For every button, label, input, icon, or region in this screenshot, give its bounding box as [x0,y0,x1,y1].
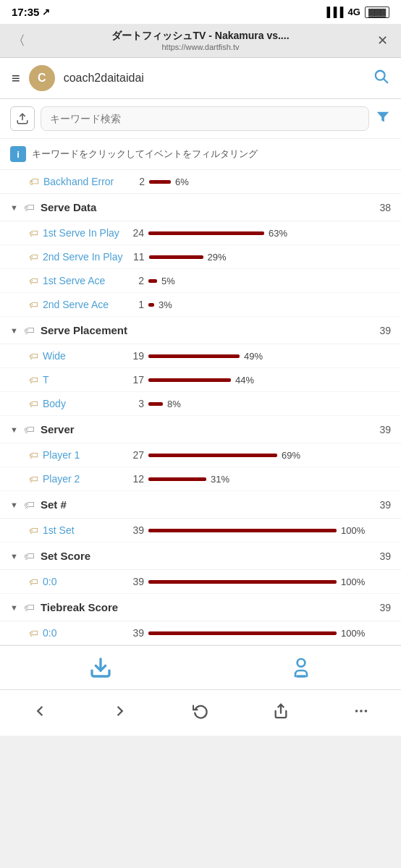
item-count: 12 [127,473,144,485]
item-bar [148,454,277,457]
list-item[interactable]: 🏷 0:0 39 100% [0,570,401,594]
item-bar-container: 100% [148,628,391,639]
item-percent: 69% [282,450,300,461]
nav-reload-button[interactable] [178,697,223,728]
tag-icon-item: 🏷 [29,576,38,587]
nav-bar [0,689,401,736]
section-header-set-score[interactable]: ▼ 🏷 Set Score 39 [0,542,401,570]
item-label[interactable]: Player 2 [43,473,122,485]
section-label-set-score: Set Score [41,550,365,562]
item-label[interactable]: Wide [43,350,122,362]
avatar: C [29,65,55,91]
battery-icon: ▓▓▓ [365,7,389,18]
browser-title: ダートフィッシュTV - Nakamura vs.... [35,30,366,43]
menu-button[interactable]: ≡ [12,70,20,87]
item-label[interactable]: Body [43,398,122,409]
list-item[interactable]: 🏷 T 17 44% [0,368,401,392]
tag-icon-tiebreak-score: 🏷 [24,601,35,613]
location-icon: ↗ [42,7,50,17]
list-item[interactable]: 🏷 0:0 39 100% [0,621,401,645]
item-label[interactable]: 1st Serve In Play [43,227,122,239]
info-icon-label: i [17,149,20,160]
section-header-server[interactable]: ▼ 🏷 Server 39 [0,416,401,443]
browser-close-button[interactable]: ✕ [372,30,392,51]
item-label[interactable]: 0:0 [43,576,122,587]
list-item[interactable]: 🏷 1st Serve Ace 2 5% [0,269,401,293]
list-item[interactable]: 🏷 2nd Serve Ace 1 3% [0,293,401,317]
tag-icon-item: 🏷 [29,399,38,409]
tag-icon-set-score: 🏷 [24,550,35,562]
item-label[interactable]: 0:0 [43,627,122,639]
nav-share-button[interactable] [258,697,303,728]
person-button[interactable] [290,656,313,679]
tag-icon-item: 🏷 [29,375,38,386]
browser-url: https://www.dartfish.tv [35,43,366,51]
chevron-icon: ▼ [10,603,18,612]
item-bar-container: 49% [148,351,391,362]
nav-back-button[interactable] [17,697,62,728]
item-label[interactable]: 1st Serve Ace [43,275,122,286]
list-item[interactable]: 🏷 Player 2 12 31% [0,467,401,491]
section-header-serve-placement[interactable]: ▼ 🏷 Serve Placement 39 [0,317,401,344]
section-count-serve-placement: 39 [371,325,391,336]
tag-icon-item: 🏷 [29,474,38,485]
section-count-tiebreak-score: 39 [371,602,391,613]
item-bar [148,402,163,406]
list-item[interactable]: 🏷 1st Set 39 100% [0,519,401,542]
section-header-set-hash[interactable]: ▼ 🏷 Set # 39 [0,491,401,519]
item-count: 11 [127,251,145,263]
download-button[interactable] [89,656,112,679]
item-label[interactable]: 1st Set [43,524,122,536]
nav-more-button[interactable] [339,697,384,728]
section-header-tiebreak-score[interactable]: ▼ 🏷 Tiebreak Score 39 [0,594,401,621]
section-count-set-score: 39 [371,550,391,562]
list-item[interactable]: 🏷 2nd Serve In Play 11 29% [0,245,401,269]
bottom-toolbar [0,645,401,689]
list-item[interactable]: 🏷 Wide 19 49% [0,344,401,368]
item-bar [148,303,154,307]
username-label: coach2daitaidai [64,72,365,85]
tag-icon-serve-placement: 🏷 [24,324,35,336]
list-item[interactable]: 🏷 Body 3 8% [0,392,401,416]
chevron-icon: ▼ [10,501,18,509]
section-count-server: 39 [371,424,391,435]
svg-point-9 [364,710,367,712]
nav-forward-button[interactable] [98,697,143,728]
item-label[interactable]: T [43,374,122,386]
item-bar [148,477,206,481]
item-label[interactable]: Player 1 [43,449,122,461]
item-percent: 31% [211,474,229,485]
item-bar [148,580,337,584]
item-percent: 49% [244,351,263,362]
info-bar: i キーワードをクリックしてイベントをフィルタリング [0,139,401,170]
item-count: 19 [127,350,144,362]
item-bar-container: 100% [148,576,391,587]
section-label-server: Server [41,423,365,435]
list-item[interactable]: 🏷 Player 1 27 69% [0,443,401,467]
item-bar-container: 63% [148,228,391,239]
filter-button[interactable] [375,109,391,129]
tag-icon-item: 🏷 [29,276,38,286]
upload-button[interactable] [10,106,35,131]
item-bar [148,231,264,235]
section-header-serve-data[interactable]: ▼ 🏷 Serve Data 38 [0,194,401,221]
svg-point-8 [360,710,363,712]
search-button[interactable] [373,69,389,88]
item-label[interactable]: 2nd Serve Ace [43,299,122,310]
browser-back-button[interactable]: 〈 [9,30,29,51]
search-bar [0,99,401,139]
item-percent: 5% [161,276,175,286]
item-bar [148,279,157,283]
section-label-tiebreak-score: Tiebreak Score [41,601,365,613]
item-label[interactable]: 2nd Serve In Play [43,251,123,263]
section-label-set-hash: Set # [41,498,365,511]
item-bar-container: 69% [148,450,391,461]
backhand-error-percent: 6% [175,176,189,187]
item-bar-container: 3% [148,299,391,310]
search-input[interactable] [41,106,369,131]
list-item[interactable]: 🏷 1st Serve In Play 24 63% [0,221,401,245]
backhand-error-label[interactable]: Backhand Error [43,176,123,187]
item-count: 2 [127,275,144,286]
item-count: 27 [127,449,144,461]
browser-title-area: ダートフィッシュTV - Nakamura vs.... https://www… [35,30,366,51]
